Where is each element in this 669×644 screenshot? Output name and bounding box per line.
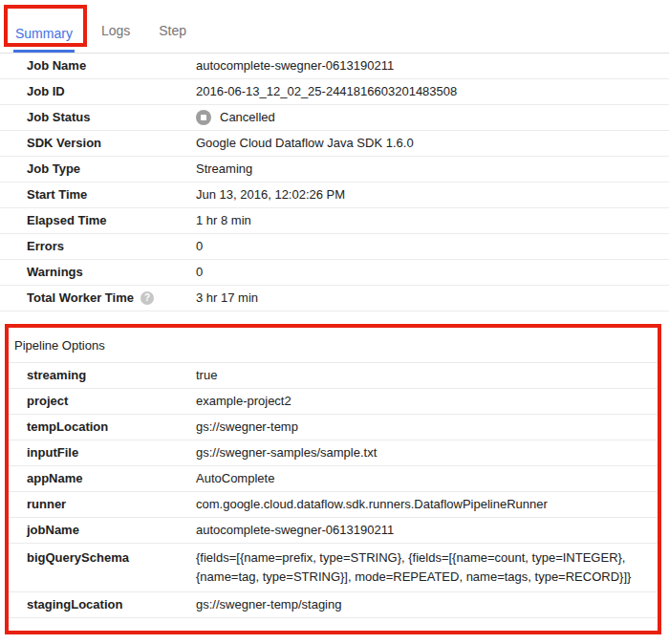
- table-row: Start Time Jun 13, 2016, 12:02:26 PM: [0, 182, 669, 208]
- row-value: 1 hr 8 min: [196, 208, 669, 233]
- row-value: 3 hr 17 min: [196, 286, 669, 311]
- row-value: AutoComplete: [196, 466, 658, 491]
- row-label: Job Type: [27, 157, 196, 182]
- table-row: Job Name autocomplete-swegner-0613190211: [0, 54, 669, 79]
- table-row: inputFile gs://swegner-samples/sample.tx…: [9, 440, 658, 466]
- row-label: jobName: [27, 518, 196, 543]
- table-row: bigQuerySchema {fields=[{name=prefix, ty…: [9, 544, 658, 592]
- row-value: gs://swegner-temp: [196, 415, 658, 440]
- row-label: tempLocation: [27, 415, 196, 440]
- pipeline-options-title: Pipeline Options: [9, 328, 658, 363]
- table-row: tempLocation gs://swegner-temp: [9, 415, 658, 440]
- row-value: Cancelled: [196, 105, 669, 130]
- table-row: jobName autocomplete-swegner-0613190211: [9, 518, 658, 544]
- row-value: autocomplete-swegner-0613190211: [196, 54, 669, 78]
- row-value: Google Cloud Dataflow Java SDK 1.6.0: [196, 131, 669, 156]
- table-row: stagingLocation gs://swegner-temp/stagin…: [9, 592, 658, 618]
- row-value: gs://swegner-samples/sample.txt: [196, 440, 658, 465]
- row-label: Job Name: [27, 54, 196, 78]
- row-label: appName: [27, 466, 196, 491]
- row-label: bigQuerySchema: [27, 548, 196, 568]
- cancelled-status-icon: [196, 110, 211, 125]
- row-label: Errors: [27, 234, 196, 259]
- table-row: Job Status Cancelled: [0, 105, 669, 131]
- table-row: Elapsed Time 1 hr 8 min: [0, 208, 669, 234]
- job-summary-table: Job Name autocomplete-swegner-0613190211…: [0, 54, 669, 311]
- row-label: SDK Version: [27, 131, 196, 156]
- tab-summary[interactable]: Summary: [13, 26, 75, 53]
- table-row: Errors 0: [0, 234, 669, 260]
- tab-logs[interactable]: Logs: [99, 23, 132, 53]
- row-label-text: Total Worker Time: [27, 286, 134, 311]
- row-label: Job Status: [27, 105, 196, 130]
- table-row: project example-project2: [9, 389, 658, 415]
- row-value: autocomplete-swegner-0613190211: [196, 518, 658, 543]
- row-label: Elapsed Time: [27, 208, 196, 233]
- tab-bar: Summary Logs Step: [0, 0, 669, 54]
- table-row: Warnings 0: [0, 260, 669, 286]
- row-label: Total Worker Time ?: [27, 286, 196, 311]
- row-label: Start Time: [27, 182, 196, 207]
- row-value: Jun 13, 2016, 12:02:26 PM: [196, 182, 669, 207]
- table-row: Total Worker Time ? 3 hr 17 min: [0, 286, 669, 311]
- row-value: 0: [196, 260, 669, 285]
- table-row: Job ID 2016-06-13_12_02_25-2441816603201…: [0, 79, 669, 105]
- row-value: 2016-06-13_12_02_25-2441816603201483508: [196, 79, 669, 104]
- row-label: stagingLocation: [27, 592, 196, 617]
- help-icon[interactable]: ?: [140, 291, 154, 305]
- pipeline-options-section: Pipeline Options streaming true project …: [5, 324, 661, 634]
- table-row: streaming true: [9, 363, 658, 389]
- table-row: Job Type Streaming: [0, 157, 669, 182]
- row-label: Warnings: [27, 260, 196, 285]
- job-status-text: Cancelled: [220, 105, 275, 130]
- row-label: runner: [27, 492, 196, 517]
- row-label: Job ID: [27, 79, 196, 104]
- table-row: appName AutoComplete: [9, 466, 658, 492]
- row-value: true: [196, 363, 658, 388]
- row-value: {fields=[{name=prefix, type=STRING}, {fi…: [196, 548, 657, 587]
- row-value: example-project2: [196, 389, 658, 414]
- row-label: streaming: [27, 363, 196, 388]
- row-value: Streaming: [196, 157, 669, 182]
- table-row: SDK Version Google Cloud Dataflow Java S…: [0, 131, 669, 157]
- row-value: com.google.cloud.dataflow.sdk.runners.Da…: [196, 492, 658, 517]
- row-value: gs://swegner-temp/staging: [196, 592, 658, 617]
- dataflow-job-summary-page: { "tabs": { "summary": "Summary", "logs"…: [0, 0, 669, 644]
- row-label: inputFile: [27, 440, 196, 465]
- row-value: 0: [196, 234, 669, 259]
- tab-step[interactable]: Step: [157, 23, 188, 53]
- table-row: runner com.google.cloud.dataflow.sdk.run…: [9, 492, 658, 518]
- row-label: project: [27, 389, 196, 414]
- stop-square-glyph: [201, 115, 206, 120]
